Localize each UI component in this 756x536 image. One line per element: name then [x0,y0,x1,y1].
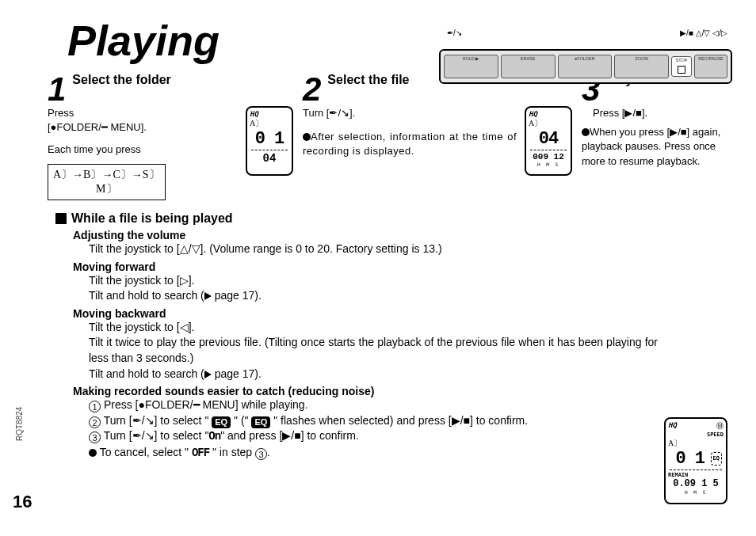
step-3-bullet: When you press [▶/■] again, playback pau… [582,125,724,169]
step-1: 1 Select the folder Press [●FOLDER/━ MEN… [48,73,293,200]
seg-on: On [208,429,220,445]
noise-step-2: 2 Turn [✒/↘] to select " EQ " (" EQ " fl… [89,413,682,429]
step-2-number: 2 [303,73,321,106]
step-2-lcd: HQ A〕 04 009 12 H M S [525,106,572,176]
seg-off: OFF [192,446,209,462]
moving-backward-body3: Tilt and hold to search ( page 17). [89,367,682,382]
step-1-title: Select the folder [72,73,293,87]
folder-seq-line2: M〕 [53,182,160,196]
remain-lcd: HQ Ⓜ SPEED A〕 0 1 EQ REMAIN 0.09 1 5 H M… [664,417,727,504]
remain-label: REMAIN [668,472,724,478]
arrow-right-icon [204,292,212,300]
bullet-icon [303,133,311,141]
device-top-labels: ✒/↘ ▶/■ △/▽ ◁/▷ [439,29,732,37]
manual-page: Playing ✒/↘ ▶/■ △/▽ ◁/▷ HOLD ▶ ERASE ●FO… [0,0,756,536]
circled-3-icon: 3 [89,431,101,443]
device-left-label: ✒/↘ [447,29,462,37]
device-btn-stop: STOP [671,56,692,77]
moving-backward-title: Moving backward [73,307,682,320]
step-3: 3 Play Press [▶/■]. When you press [▶/■]… [582,73,724,200]
noise-cancel: To cancel, select " OFF " in step 3. [89,445,682,462]
device-btn-zoom: ZOOM [614,55,669,78]
speed-label: SPEED [668,431,724,438]
while-playing-section: While a file is being played Adjusting t… [55,211,682,462]
adjusting-volume-body: Tilt the joystick to [△/▽]. (Volume rang… [89,241,682,257]
step-1-lcd: HQ A〕 0 1 04 [246,106,293,176]
device-btn-folder: ●FOLDER [558,55,613,78]
step-2: 2 Select the file Turn [✒/↘]. After sele… [303,73,572,200]
device-btn-recpause: REC/PAUSE [694,55,727,78]
circled-3-icon: 3 [255,448,267,460]
page-number: 16 [13,492,32,512]
step-1-body2: Each time you press [48,143,238,157]
eq-chip-icon: EQ [711,452,722,466]
circled-2-icon: 2 [89,416,101,428]
noise-step-3: 3 Turn [✒/↘] to select "On" and press [▶… [89,428,682,445]
moving-forward-body2: Tilt and hold to search ( page 17). [89,288,682,304]
page-code: RQT8824 [15,407,24,441]
step-2-body: Turn [✒/↘]. [303,106,517,120]
device-right-label: ▶/■ △/▽ ◁/▷ [680,29,727,37]
reducing-noise-title: Making recorded sounds easier to catch (… [73,385,682,397]
folder-sequence-box: A〕→B〕→C〕→S〕 M〕 [48,164,166,200]
step-1-body: Press [●FOLDER/━ MENU]. [48,106,238,135]
section-header: While a file is being played [55,211,682,226]
device-body: HOLD ▶ ERASE ●FOLDER ZOOM STOP REC/PAUSE [439,49,732,84]
moving-backward-body2: Tilt it twice to play the previous file.… [89,335,682,366]
noise-step-1: 1 Press [●FOLDER/━ MENU] while playing. [89,397,682,413]
moving-backward-body1: Tilt the joystick to [◁]. [89,320,682,336]
moving-forward-title: Moving forward [73,260,682,273]
bullet-icon [89,449,97,457]
adjusting-volume-title: Adjusting the volume [73,229,682,241]
folder-seq-line1: A〕→B〕→C〕→S〕 [53,169,160,181]
eq-chip-icon: EQ [212,416,231,428]
device-btn-erase: ERASE [501,55,556,78]
circled-1-icon: 1 [89,401,101,412]
eq-chip-icon: EQ [251,416,270,428]
steps-row: 1 Select the folder Press [●FOLDER/━ MEN… [48,73,732,200]
step-2-bullet: After selection, information at the time… [303,130,517,158]
arrow-right-icon [204,371,212,378]
m-icon: Ⓜ [716,421,724,431]
square-bullet-icon [55,213,67,224]
step-1-number: 1 [48,73,66,106]
device-illustration: ✒/↘ ▶/■ △/▽ ◁/▷ HOLD ▶ ERASE ●FOLDER ZOO… [439,29,732,84]
moving-forward-body1: Tilt the joystick to [▷]. [89,273,682,289]
bullet-icon [582,128,590,136]
step-3-body: Press [▶/■]. [593,106,724,120]
device-btn-hold: HOLD ▶ [444,55,498,78]
